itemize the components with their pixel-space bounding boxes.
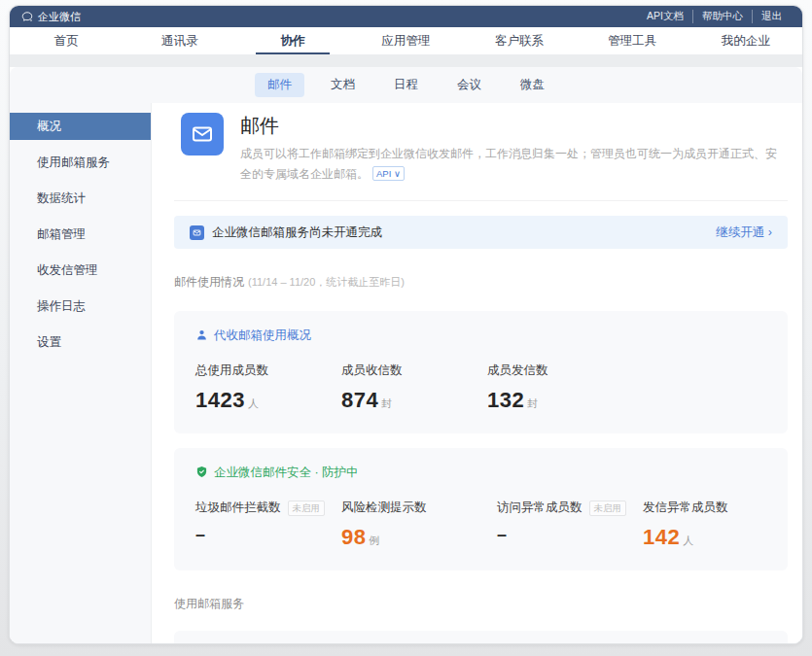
sidebar-item-mailbox-management[interactable]: 邮箱管理 [10, 221, 151, 248]
stat-value: – [497, 525, 643, 545]
stat-value: 132封 [487, 388, 633, 413]
stat-unit: 封 [381, 397, 392, 409]
app-window: 企业微信 API文档 帮助中心 退出 首页 通讯录 协作 应用管理 客户联系 管… [9, 5, 803, 644]
subtab-bar: 邮件 文档 日程 会议 微盘 [10, 67, 802, 103]
stat-unit: 人 [248, 397, 259, 409]
stat-label: 成员发信数 [487, 363, 633, 379]
sidebar-item-overview[interactable]: 概况 [10, 113, 151, 140]
description-text: 成员可以将工作邮箱绑定到企业微信收发邮件，工作消息归集一处；管理员也可统一为成员… [240, 147, 777, 181]
usage-card-header[interactable]: 代收邮箱使用概况 [195, 328, 766, 344]
stat-mails-received: 成员收信数 874封 [341, 363, 487, 413]
tab-docs[interactable]: 文档 [318, 73, 368, 97]
help-center-link[interactable]: 帮助中心 [692, 10, 752, 23]
notice-text: 企业微信邮箱服务尚未开通完成 [212, 224, 382, 241]
topbar: 企业微信 API文档 帮助中心 退出 [10, 6, 802, 27]
usage-card-title: 代收邮箱使用概况 [214, 328, 311, 344]
stat-value: 1423人 [195, 388, 341, 413]
nav-item-contacts[interactable]: 通讯录 [123, 27, 235, 54]
sidebar-item-send-receive[interactable]: 收发信管理 [10, 257, 151, 284]
stat-label: 发信异常成员数 [643, 500, 789, 516]
tab-drive[interactable]: 微盘 [508, 73, 557, 97]
section-divider [174, 200, 788, 201]
usage-date-range: (11/14 – 11/20，统计截止至昨日) [248, 276, 405, 288]
stat-total-members: 总使用成员数 1423人 [195, 363, 341, 413]
domain-row: 企业域名 tangyun.com 开通中 继续开通 ··· [174, 631, 788, 643]
stat-mails-sent: 成员发信数 132封 [487, 363, 633, 413]
stat-value: 874封 [341, 388, 487, 413]
topbar-links: API文档 帮助中心 退出 [638, 10, 791, 23]
usage-section-title: 邮件使用情况 [174, 275, 244, 289]
nav-item-collaboration[interactable]: 协作 [236, 27, 349, 54]
content-panel: 邮件 文档 日程 会议 微盘 概况 使用邮箱服务 数据统计 邮箱管理 收发信管理… [10, 67, 802, 643]
not-enabled-badge: 未启用 [589, 501, 627, 516]
sidebar-item-settings[interactable]: 设置 [10, 328, 151, 356]
not-enabled-badge: 未启用 [288, 501, 326, 516]
usage-section-label: 邮件使用情况(11/14 – 11/20，统计截止至昨日) [174, 274, 788, 291]
stat-value: 98例 [341, 525, 497, 550]
brand-name: 企业微信 [38, 10, 81, 24]
main-content: 邮件 成员可以将工作邮箱绑定到企业微信收发邮件，工作消息归集一处；管理员也可统一… [152, 103, 802, 643]
sidebar-item-logs[interactable]: 操作日志 [10, 293, 151, 320]
security-card-title: 企业微信邮件安全 · 防护中 [214, 465, 359, 481]
mail-notice-icon [190, 225, 204, 240]
stat-abnormal-access: 访问异常成员数未启用 – [497, 500, 643, 550]
security-card-header: 企业微信邮件安全 · 防护中 [195, 465, 766, 481]
setup-notice-banner: 企业微信邮箱服务尚未开通完成 继续开通 › [174, 216, 788, 249]
sidebar-item-use-mail-service[interactable]: 使用邮箱服务 [10, 149, 151, 176]
page-title: 邮件 [240, 113, 788, 139]
wechat-work-bubble-icon [21, 11, 33, 22]
stat-unit: 封 [527, 397, 538, 409]
tab-mail[interactable]: 邮件 [255, 73, 304, 97]
stat-label: 总使用成员数 [195, 363, 341, 379]
nav-gap [10, 54, 802, 67]
page-description: 成员可以将工作邮箱绑定到企业微信收发邮件，工作消息归集一处；管理员也可统一为成员… [240, 144, 788, 185]
api-dropdown-badge[interactable]: API ∨ [372, 166, 405, 181]
stat-abnormal-senders: 发信异常成员数 142人 [643, 500, 789, 550]
stat-label: 风险检测提示数 [341, 500, 497, 516]
sidebar: 概况 使用邮箱服务 数据统计 邮箱管理 收发信管理 操作日志 设置 [10, 103, 152, 643]
app-header: 邮件 成员可以将工作邮箱绑定到企业微信收发邮件，工作消息归集一处；管理员也可统一… [174, 113, 788, 185]
brand-logo: 企业微信 [21, 10, 81, 24]
mail-security-card: 企业微信邮件安全 · 防护中 垃圾邮件拦截数未启用 – 风险检测提示数 98例 … [174, 448, 788, 570]
stat-value: – [195, 525, 341, 545]
tab-calendar[interactable]: 日程 [381, 73, 431, 97]
shield-icon [195, 466, 208, 481]
person-icon [195, 328, 208, 344]
continue-setup-link[interactable]: 继续开通 › [716, 224, 772, 241]
stat-label: 成员收信数 [341, 363, 487, 379]
usage-overview-card: 代收邮箱使用概况 总使用成员数 1423人 成员收信数 874封 成员发信数 [174, 311, 788, 433]
nav-item-customers[interactable]: 客户联系 [463, 27, 576, 54]
nav-item-tools[interactable]: 管理工具 [576, 27, 688, 54]
stat-label: 访问异常成员数未启用 [497, 500, 643, 516]
tab-meeting[interactable]: 会议 [444, 73, 494, 97]
stat-value: 142人 [643, 525, 789, 550]
stat-spam-blocked: 垃圾邮件拦截数未启用 – [195, 500, 341, 550]
stat-unit: 人 [683, 535, 693, 546]
nav-item-apps[interactable]: 应用管理 [349, 27, 462, 54]
stat-label: 垃圾邮件拦截数未启用 [195, 500, 341, 516]
mail-app-icon [181, 113, 224, 155]
stat-unit: 例 [369, 535, 379, 546]
service-section-label: 使用邮箱服务 [174, 596, 788, 612]
nav-item-my-company[interactable]: 我的企业 [689, 27, 802, 54]
stat-risk-alerts: 风险检测提示数 98例 [341, 500, 497, 550]
api-docs-link[interactable]: API文档 [638, 10, 692, 23]
logout-link[interactable]: 退出 [752, 10, 791, 23]
main-nav: 首页 通讯录 协作 应用管理 客户联系 管理工具 我的企业 [10, 27, 802, 54]
nav-item-home[interactable]: 首页 [10, 27, 123, 54]
sidebar-item-statistics[interactable]: 数据统计 [10, 185, 151, 212]
